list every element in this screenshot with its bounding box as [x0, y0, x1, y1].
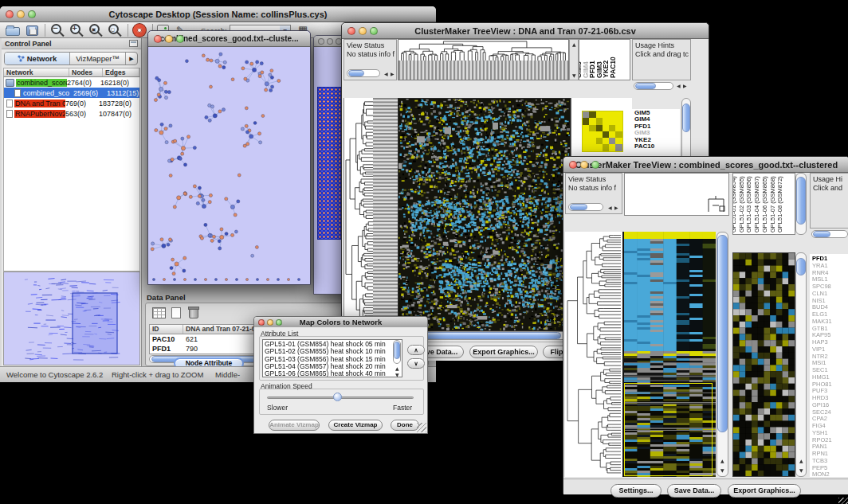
- tv2-usage-hscroll[interactable]: [811, 230, 848, 238]
- move-down-button[interactable]: ∨: [407, 358, 425, 369]
- scroll-up-icon[interactable]: ▲: [395, 366, 399, 371]
- close-icon[interactable]: [6, 10, 14, 18]
- array-label[interactable]: PAC10: [610, 57, 617, 78]
- matrix-cell: [609, 144, 615, 150]
- array-label[interactable]: GPL51-06 (GSM865): [761, 176, 768, 232]
- save-data-button[interactable]: Save Data...: [667, 484, 721, 498]
- export-graphics-button[interactable]: Export Graphics...: [469, 346, 538, 358]
- network-row[interactable]: combined_sco 2569(6) 13112(15): [4, 88, 139, 98]
- array-label[interactable]: GPL51-03 (GSM856): [745, 176, 752, 232]
- move-up-button[interactable]: ∧: [407, 345, 425, 355]
- array-label[interactable]: GPL51-01 (GSM854): [732, 176, 737, 232]
- scroll-up-icon[interactable]: ▲: [720, 459, 724, 463]
- tab-network[interactable]: Network: [5, 53, 70, 64]
- minimize-icon[interactable]: [580, 161, 588, 169]
- scroll-down-icon[interactable]: ▼: [799, 468, 803, 473]
- attribute-list-vscroll[interactable]: [393, 340, 401, 364]
- zoom-selected-icon[interactable]: ▣: [89, 24, 100, 34]
- zoom-window-icon[interactable]: [28, 10, 36, 18]
- tv2-heat-vscroll[interactable]: ▲ ▼: [716, 232, 728, 477]
- tv2-zoom-vscroll[interactable]: ▲ ▼: [795, 252, 807, 477]
- save-session-icon[interactable]: [26, 25, 38, 36]
- help-lifesaver-icon[interactable]: [133, 24, 146, 37]
- minimize-icon[interactable]: [17, 10, 25, 18]
- zoom-out-icon[interactable]: −: [51, 24, 61, 34]
- tv2-titlebar[interactable]: ClusterMaker TreeView : combined_scores_…: [563, 157, 848, 173]
- zoom-window-icon[interactable]: [176, 35, 184, 43]
- tv2-zoom-heatmap[interactable]: [732, 252, 795, 477]
- array-label[interactable]: GPL51-02 (GSM855): [738, 176, 745, 232]
- resize-grip[interactable]: [417, 423, 426, 432]
- close-icon[interactable]: [318, 38, 324, 45]
- minimize-icon[interactable]: [165, 35, 173, 43]
- zoom-fit-icon[interactable]: ◻: [108, 24, 119, 34]
- tv1-array-labels[interactable]: GIM5GIM4PFD1GIM3YKE2PAC10: [579, 39, 630, 80]
- tv2-gene-list[interactable]: PFD1YRA1RNR4MSL1SPC98CLN1NIS1BUD4ELG1MAK…: [810, 254, 848, 477]
- tab-vizmapper[interactable]: VizMapper™: [70, 53, 126, 64]
- gene-label[interactable]: MON2: [812, 471, 848, 477]
- scroll-down-icon[interactable]: ▼: [720, 468, 724, 473]
- network-row[interactable]: combined_scores 2764(0) 16218(0): [4, 77, 139, 88]
- scroll-right-icon[interactable]: ▶: [614, 205, 618, 210]
- tv1-usage-hscroll[interactable]: [634, 82, 673, 90]
- delete-attribute-icon[interactable]: [189, 308, 198, 318]
- scroll-up-icon[interactable]: ▲: [799, 459, 803, 463]
- main-titlebar[interactable]: Cytoscape Desktop (Session Name: collins…: [0, 6, 436, 22]
- minimize-icon[interactable]: [267, 319, 273, 326]
- network-row[interactable]: RNAPuberNov2+! 563(0) 107847(0): [4, 108, 139, 119]
- close-icon[interactable]: [569, 161, 577, 169]
- dialog-titlebar[interactable]: Map Colors to Network: [254, 317, 427, 328]
- tv1-zoom-matrix[interactable]: [582, 111, 623, 152]
- minimize-icon[interactable]: [327, 38, 333, 45]
- slider-thumb[interactable]: [333, 393, 342, 401]
- tv2-labels-vscroll[interactable]: [795, 173, 807, 235]
- tv2-gene-dendrogram[interactable]: [565, 232, 622, 477]
- network-canvas[interactable]: [149, 47, 309, 283]
- tv2-array-dendrogram[interactable]: [624, 173, 729, 216]
- done-button[interactable]: Done: [391, 420, 419, 431]
- float-panel-icon[interactable]: [129, 40, 138, 47]
- export-graphics-button[interactable]: Export Graphics...: [728, 484, 801, 498]
- tv1-label-scroll-strip[interactable]: ▲ ▼: [569, 39, 579, 80]
- settings-button[interactable]: Settings...: [610, 484, 662, 498]
- dense-network-view[interactable]: [317, 87, 341, 240]
- minimize-icon[interactable]: [359, 27, 367, 35]
- tv2-heatmap[interactable]: [624, 232, 716, 477]
- tv2-array-labels[interactable]: GPL51-01 (GSM854)GPL51-02 (GSM855)GPL51-…: [732, 173, 795, 235]
- scroll-left-icon[interactable]: ◀: [384, 72, 388, 76]
- open-session-icon[interactable]: [6, 27, 20, 36]
- gene-label[interactable]: PAC10: [634, 143, 680, 150]
- tv1-heatmap[interactable]: [398, 98, 571, 331]
- array-label[interactable]: GPL51-08 (GSM872): [776, 176, 783, 232]
- attribute-list[interactable]: GPL51-01 (GSM854) heat shock 05 minGPL51…: [262, 339, 402, 377]
- tv1-gene-dendrogram[interactable]: [344, 98, 398, 330]
- array-label[interactable]: GPL51-04 (GSM857): [753, 176, 760, 232]
- matrix-cell: [615, 131, 622, 138]
- close-icon[interactable]: [347, 27, 355, 35]
- tv2-status-hscroll[interactable]: [568, 203, 603, 211]
- tv1-array-dendrogram[interactable]: [398, 39, 569, 80]
- zoom-window-icon[interactable]: [370, 27, 378, 35]
- window-controls[interactable]: [6, 10, 36, 18]
- scroll-down-icon[interactable]: ▼: [395, 373, 399, 377]
- close-icon[interactable]: [258, 319, 265, 326]
- scroll-left-icon[interactable]: ◀: [677, 84, 681, 88]
- zoom-window-icon[interactable]: [591, 161, 599, 169]
- scroll-left-icon[interactable]: ◀: [608, 205, 612, 210]
- close-icon[interactable]: [154, 35, 162, 43]
- create-vizmap-button[interactable]: Create Vizmap: [328, 420, 383, 431]
- network-row[interactable]: DNA and Tran 07 769(0) 183728(0): [4, 98, 139, 108]
- birdseye-view[interactable]: [3, 272, 140, 365]
- scroll-right-icon[interactable]: ▶: [391, 72, 395, 76]
- tv1-titlebar[interactable]: ClusterMaker TreeView : DNA and Tran 07-…: [342, 23, 709, 39]
- tv1-status-hscroll[interactable]: [347, 69, 380, 77]
- scroll-right-icon[interactable]: ▶: [683, 84, 687, 88]
- array-label[interactable]: GPL51-07 (GSM868): [769, 176, 776, 232]
- zoom-in-icon[interactable]: +: [70, 24, 80, 34]
- net1-titlebar[interactable]: combined_scores_good.txt--cluste...: [148, 31, 310, 47]
- new-attribute-icon[interactable]: [171, 307, 181, 318]
- select-attributes-icon[interactable]: [152, 307, 166, 318]
- zoom-window-icon[interactable]: [276, 319, 282, 326]
- resize-grip[interactable]: [838, 498, 848, 504]
- tab-overflow-icon[interactable]: ▶: [126, 53, 137, 64]
